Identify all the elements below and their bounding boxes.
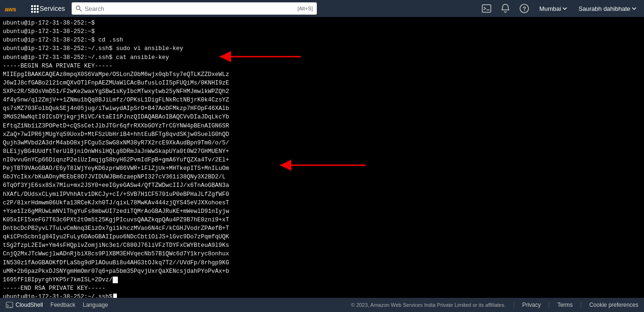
grid-icon [31, 5, 38, 12]
services-menu-button[interactable]: Services [27, 3, 69, 14]
search-shortcut: [Alt+S] [297, 6, 313, 11]
feedback-link[interactable]: Feedback [50, 302, 75, 308]
line-20: 6TqOf3YjE6sx8Sx7Mlu+mx2JSY0+eeIGyeGASw4/… [3, 182, 229, 189]
user-menu-button[interactable]: Saurabh dahibhate [576, 4, 639, 13]
line-29: IN530z1fAoGBAOKfDfLaSbg9dPlAOuuBi8u4AHG3… [3, 260, 229, 266]
svg-rect-3 [482, 5, 491, 12]
line-8: J6wIJ8cfGABo2l21cmQXvOTlFnpAEZMUaWlCAcBu… [3, 80, 229, 86]
svg-point-1 [76, 6, 80, 10]
nav-right-icons: ? Mumbai Saurabh dahibhate [480, 2, 639, 15]
line-12: 3MdS2NwNqtI0ICsDYjkgrjRiVC/ktaEI1PJnzQID… [3, 114, 229, 120]
cloudshell-icon [6, 301, 13, 309]
privacy-link[interactable]: Privacy [522, 302, 541, 308]
svg-text:?: ? [522, 6, 526, 12]
chevron-down-icon [562, 7, 567, 10]
line-4: ubuntu@ip-172-31-38-252:~/.ssh$ sudo vi … [3, 45, 183, 52]
notifications-icon[interactable] [499, 2, 512, 15]
search-input[interactable] [85, 5, 295, 12]
line-1: ubuntu@ip-172-31-38-252:~$ [3, 20, 95, 26]
bottom-bar: CloudShell Feedback Language © 2023, Ama… [0, 298, 644, 312]
line-22: c2P/8lxrHdmwm06Ukfa13RCeKJxh0TJ/qixL78Mw… [3, 200, 229, 206]
line-9: SXPc2R/5BOsVmD51/F2wKe2waxYgSBw1sKyIbcMT… [3, 88, 229, 95]
divider-2: | [548, 302, 550, 308]
aws-logo[interactable]: aws [5, 3, 23, 14]
terminal-icon[interactable] [480, 2, 493, 15]
cloudshell-label: CloudShell [16, 302, 43, 308]
cookie-preferences-link[interactable]: Cookie preferences [589, 302, 638, 308]
line-2: ubuntu@ip-172-31-38-252:~$ [3, 28, 95, 35]
line-3: ubuntu@ip-172-31-38-252:~$ cd .ssh [3, 37, 123, 43]
line-30: uMR+2b6pazPkxDJSNYgmHmOmr07q6+pa5bm35Pqv… [3, 268, 229, 275]
line-15: Qujh3wMVbd2A3drM4abO8xjFCgu5zSwG8xNM38yR… [3, 140, 229, 146]
svg-line-2 [79, 9, 82, 12]
line-10: 4f4y5nw/ql2ZmjV++1ZNmu1bQq8BJiLmfz/OPKsL… [3, 97, 229, 103]
line-5: ubuntu@ip-172-31-38-252:~/.ssh$ cat ansi… [3, 54, 169, 61]
line-31: 1695fF1BIpyrghYKP5r7kmISL+2Dvz/ [3, 277, 118, 283]
region-label: Mumbai [539, 5, 561, 12]
line-27: tSg2fzpL2EIw+Ym4sFHQplvZomjiNc3e1/C880J7… [3, 242, 229, 249]
line-21: hXAfL/DUdsxCLymiIPVhhAtv1DKCJy+cI/+SVB7H… [3, 191, 229, 198]
line-28: CnjQ2MxJTcWwcjlwADnRjbiX8cs9PlXBM3EHVqec… [3, 251, 229, 257]
cloudshell-logo[interactable]: CloudShell [6, 301, 43, 309]
line-11: qs7sMZ703FolbQukSEj4n05jug/iTwiwydAIpSrO… [3, 105, 229, 112]
terms-link[interactable]: Terms [557, 302, 573, 308]
terminal-window[interactable]: ubuntu@ip-172-31-38-252:~$ ubuntu@ip-172… [0, 17, 644, 298]
line-32: -----END RSA PRIVATE KEY----- [3, 285, 106, 292]
user-label: Saurabh dahibhate [578, 5, 630, 12]
help-icon[interactable]: ? [518, 2, 531, 15]
line-14: xZaQ+7wIPR6jMUgYq59UoxD+MtFSzUbHriB4+hht… [3, 131, 229, 138]
search-icon [75, 5, 82, 12]
terminal-content: ubuntu@ip-172-31-38-252:~$ ubuntu@ip-172… [3, 19, 641, 298]
line-16: 8LEijyBG4UUdftTerUlBjniOnWHslHQLg8DRmJaJ… [3, 148, 229, 155]
line-25: DntbcDcPB2yvL7TuLvCmNnq3EizOx7gi1khczMVa… [3, 225, 229, 232]
line-13: EftqZ1Nb1iZ3POPetD+cQSsCetJlbJTGr6qfrRXX… [3, 123, 229, 129]
region-selector[interactable]: Mumbai [537, 4, 570, 13]
top-navigation: aws Services [Alt+S] [0, 0, 644, 17]
line-6: -----BEGIN RSA PRIVATE KEY----- [3, 63, 113, 69]
line-7: MIIEpgIBAAKCAQEAz8mpqX0S6VaMpe/OSLonZ0bM… [3, 71, 229, 78]
line-24: K05xIFI5xeFG7T63c6PXt2tOm5t25KgjPIcuvsQA… [3, 217, 229, 223]
search-bar[interactable]: [Alt+S] [72, 2, 317, 15]
copyright-text: © 2023, Amazon Web Services India Privat… [351, 302, 505, 308]
line-17: nI0vvuGnYCp66DiqnzP2elUzImqjgS8byH62PvmI… [3, 157, 229, 163]
language-link[interactable]: Language [83, 302, 108, 308]
services-label: Services [40, 5, 65, 12]
line-18: PejTBT9VAoGBAO/E6yT8lWjYeyKD6zprW86VWR+l… [3, 165, 229, 172]
user-chevron-icon [632, 7, 636, 10]
divider-3: | [580, 302, 582, 308]
line-19: GbJYcIkx/bKuAOnyMEEbE8O7JVIDUWJBm6zaepNP… [3, 174, 226, 180]
line-33: ubuntu@ip-172-31-38-252:~/.ssh$ [3, 294, 117, 298]
line-23: +Yse1Iz6gMRUwLmNVlThgYuFs8mbwUI7zediTQMr… [3, 208, 229, 215]
svg-text:aws: aws [5, 6, 17, 13]
line-26: qkiCPnScbn1g84Iyu2FuLy6DAoGBAIIpuo6NDcCb… [3, 234, 229, 240]
divider-1: | [513, 302, 515, 308]
